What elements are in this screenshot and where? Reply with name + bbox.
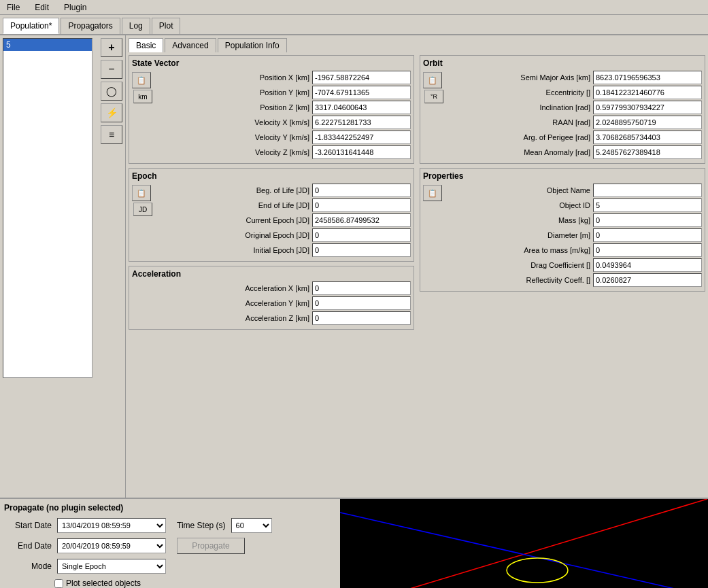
lines-button[interactable]: ≡ [101,125,122,144]
prop-field-5: Drag Coefficient [] [448,258,702,272]
orbit-clipboard-icon: 📋 [428,76,437,85]
clipboard-icon: 📋 [137,76,146,85]
right-col: Orbit 📋 °R Semi Major Axis [km] [420,55,705,495]
right-panel: Basic Advanced Population Info State Vec… [126,35,708,498]
prop-label-5: Drag Coefficient [] [448,261,590,269]
end-date-label: End Date [4,541,52,551]
accel-input-0[interactable] [312,281,411,295]
tab-plot[interactable]: Plot [152,18,181,34]
orbit-field-1: Eccentricity [] [448,86,702,99]
list-item[interactable]: 5 [3,39,92,51]
orbit-input-3[interactable] [593,116,702,129]
sv-clipboard-button[interactable]: 📋 [132,72,151,88]
orbit-input-5[interactable] [593,145,702,159]
prop-input-6[interactable] [593,273,702,287]
prop-input-2[interactable] [593,213,702,227]
remove-button[interactable]: − [101,60,122,79]
epoch-input-4[interactable] [312,243,411,257]
sv-input-1[interactable] [312,86,411,99]
lightning-button[interactable]: ⚡ [101,103,122,122]
orbit-input-4[interactable] [593,131,702,144]
sv-input-0[interactable] [312,71,411,84]
prop-label-1: Object ID [448,201,590,209]
menu-edit[interactable]: Edit [31,1,53,14]
prop-input-5[interactable] [593,258,702,272]
prop-field-0: Object Name [448,184,702,197]
epoch-input-0[interactable] [312,184,411,197]
end-date-select[interactable]: 20/04/2019 08:59:59 [57,538,166,553]
epoch-jd-button[interactable]: JD [133,203,152,216]
left-col: State Vector 📋 km Position X [km] [129,55,414,495]
tab-propagators[interactable]: Propagators [61,18,120,34]
accel-input-2[interactable] [312,311,411,325]
epoch-clipboard-icon: 📋 [137,189,146,198]
prop-label-0: Object Name [448,186,590,194]
ellipse-button[interactable]: ◯ [101,82,122,101]
end-date-row: End Date 20/04/2019 08:59:59 Propagate [4,538,336,554]
orbit-label-4: Arg. of Perigee [rad] [448,133,590,141]
sv-field-4: Velocity Y [km/s] [156,131,411,144]
orbit-label-2: Inclination [rad] [448,103,590,111]
epoch-field-2: Current Epoch [JD] [156,213,411,227]
tab-population[interactable]: Population* [3,18,59,34]
epoch-clipboard-button[interactable]: 📋 [132,185,151,201]
orbit-label-0: Semi Major Axis [km] [448,73,590,82]
subtab-advanced[interactable]: Advanced [165,38,216,52]
prop-field-2: Mass [kg] [448,213,702,227]
prop-label-2: Mass [kg] [448,216,590,224]
list-section: 5 [0,35,95,498]
orbit-fields: Semi Major Axis [km] Eccentricity [] Inc… [448,71,702,160]
propagate-title: Propagate (no plugin selected) [4,503,336,513]
properties-title: Properties [423,171,702,181]
epoch-input-3[interactable] [312,228,411,242]
prop-input-0[interactable] [593,184,702,197]
epoch-label-0: Beg. of Life [JD] [156,186,309,194]
sv-field-3: Velocity X [km/s] [156,116,411,129]
sv-km-button[interactable]: km [133,90,152,103]
menu-bar: File Edit Plugin [0,0,708,15]
plot-checkbox[interactable] [54,579,63,588]
prop-input-4[interactable] [593,243,702,257]
svg-line-0 [340,499,707,588]
epoch-label-2: Current Epoch [JD] [156,216,309,224]
epoch-input-2[interactable] [312,213,411,227]
start-date-select[interactable]: 13/04/2019 08:59:59 [57,518,166,533]
orbit-rotation-button[interactable]: °R [424,90,443,103]
sv-input-4[interactable] [312,131,411,144]
orbit-section: Orbit 📋 °R Semi Major Axis [km] [420,55,705,164]
acceleration-fields: Acceleration X [km] Acceleration Y [km] … [156,281,411,326]
add-button[interactable]: + [101,38,122,57]
propagate-button[interactable]: Propagate [177,538,245,554]
subtab-population-info[interactable]: Population Info [218,38,287,52]
subtab-basic[interactable]: Basic [129,38,163,52]
epoch-field-1: End of Life [JD] [156,198,411,212]
plot-checkbox-row: Plot selected objects [4,578,336,588]
accel-field-2: Acceleration Z [km] [156,311,411,325]
menu-plugin[interactable]: Plugin [60,1,90,14]
sv-label-2: Position Z [km] [156,103,309,111]
orbit-input-0[interactable] [593,71,702,84]
sv-field-2: Position Z [km] [156,101,411,114]
sv-input-3[interactable] [312,116,411,129]
svg-line-1 [340,513,707,588]
orbit-input-2[interactable] [593,101,702,114]
timestep-select[interactable]: 60 [231,518,272,533]
state-vector-btns: 📋 km [132,71,154,160]
prop-input-3[interactable] [593,228,702,242]
properties-clipboard-button[interactable]: 📋 [423,185,442,201]
orbit-field-4: Arg. of Perigee [rad] [448,131,702,144]
orbit-clipboard-button[interactable]: 📋 [423,72,442,88]
sv-input-5[interactable] [312,145,411,159]
menu-file[interactable]: File [3,1,24,14]
orbit-input-1[interactable] [593,86,702,99]
mode-select[interactable]: Single Epoch [57,559,166,574]
sv-input-2[interactable] [312,101,411,114]
epoch-title: Epoch [132,171,411,181]
epoch-input-1[interactable] [312,198,411,212]
tab-log[interactable]: Log [122,18,150,34]
prop-input-1[interactable] [593,198,702,212]
object-list[interactable]: 5 [3,38,92,378]
accel-input-1[interactable] [312,296,411,310]
prop-clipboard-icon: 📋 [428,189,437,198]
epoch-btns: 📋 JD [132,184,154,258]
